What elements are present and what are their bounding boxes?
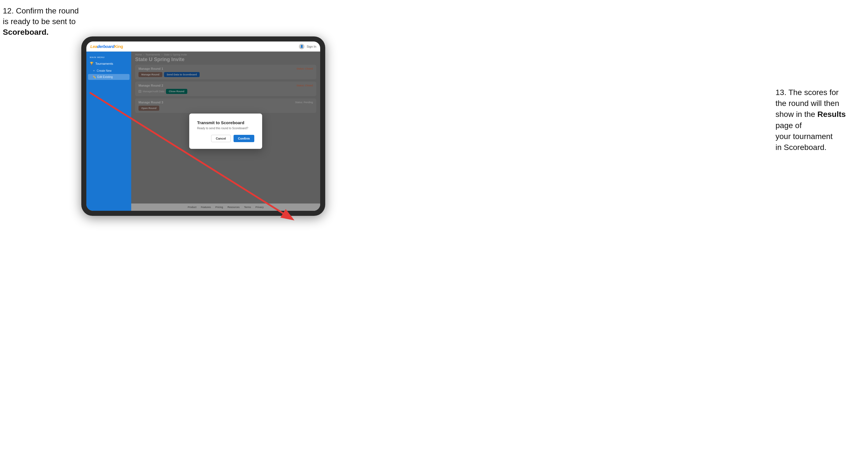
sidebar-item-edit-existing[interactable]: ✏️ Edit Existing: [88, 74, 129, 80]
modal-actions: Cancel Confirm: [197, 135, 254, 142]
cancel-button[interactable]: Cancel: [211, 135, 231, 142]
modal-title: Transmit to Scoreboard: [197, 120, 254, 125]
confirm-button[interactable]: Confirm: [234, 135, 254, 142]
modal-overlay: Transmit to Scoreboard Ready to send thi…: [131, 52, 320, 211]
app-logo: LeaderboardKing: [90, 44, 123, 49]
main-content: Home › Tournaments › State U Spring Invi…: [131, 52, 320, 211]
trophy-icon: 🏆: [90, 62, 94, 65]
modal-subtitle: Ready to send this round to Scoreboard?: [197, 127, 254, 130]
instruction-top: 12. Confirm the round is ready to be sen…: [3, 6, 79, 37]
transmit-modal: Transmit to Scoreboard Ready to send thi…: [189, 114, 262, 149]
tablet-screen: LeaderboardKing 👤 Sign In MAIN MENU 🏆 To…: [86, 41, 320, 211]
edit-icon: ✏️: [93, 75, 96, 79]
app-topbar: LeaderboardKing 👤 Sign In: [86, 41, 320, 52]
sidebar-tournaments-label: Tournaments: [95, 62, 113, 65]
sign-in-label[interactable]: Sign In: [307, 45, 316, 48]
sidebar-item-tournaments[interactable]: 🏆 Tournaments: [86, 60, 131, 67]
sidebar-item-create-new[interactable]: ＋ Create New: [86, 67, 131, 74]
tablet-frame: LeaderboardKing 👤 Sign In MAIN MENU 🏆 To…: [81, 36, 325, 216]
plus-icon: ＋: [93, 69, 95, 72]
sidebar-create-label: Create New: [97, 69, 112, 72]
topbar-right: 👤 Sign In: [299, 44, 316, 49]
avatar: 👤: [299, 44, 305, 49]
sidebar: MAIN MENU 🏆 Tournaments ＋ Create New ✏️ …: [86, 52, 131, 211]
sidebar-menu-label: MAIN MENU: [86, 54, 131, 60]
app-body: MAIN MENU 🏆 Tournaments ＋ Create New ✏️ …: [86, 52, 320, 211]
sidebar-edit-label: Edit Existing: [97, 75, 113, 79]
instruction-right: 13. The scores for the round will then s…: [775, 87, 865, 153]
